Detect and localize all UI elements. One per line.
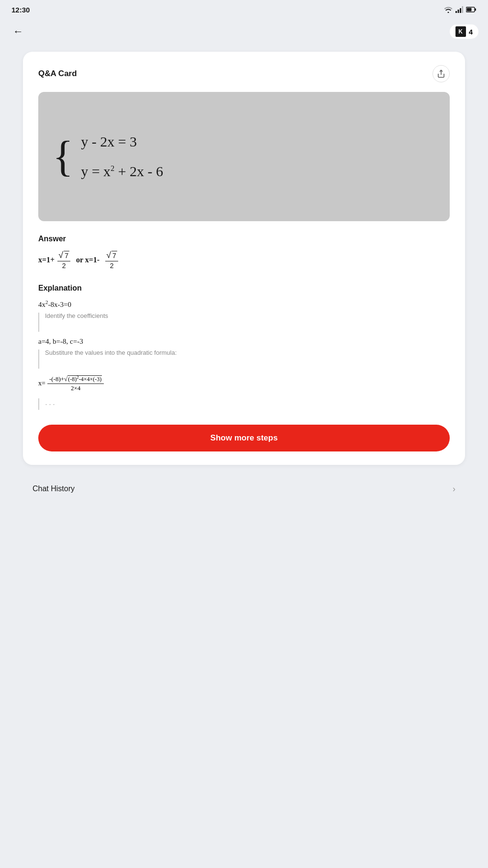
content-area: Q&A Card { y - 2x = 3 y = x2 + 2x - 6: [0, 44, 488, 509]
left-brace-icon: {: [53, 135, 73, 178]
sqrt-wrap-1: √ 7: [58, 250, 69, 261]
sqrt-over-1: 7: [64, 251, 69, 260]
svg-rect-1: [458, 10, 459, 13]
badge-count: 4: [469, 28, 473, 36]
svg-rect-6: [467, 8, 472, 11]
answer-value: x=1+ √ 7 2 or x=1- √ 7: [38, 250, 450, 271]
equation-2: y = x2 + 2x - 6: [81, 163, 163, 180]
step-1-line: [38, 313, 39, 332]
equation-1: y - 2x = 3: [81, 134, 163, 150]
answer-text-1: x=1+: [38, 256, 55, 264]
chat-history-row[interactable]: Chat History ›: [23, 476, 465, 502]
step-1-equation: 4x2-8x-3=0: [38, 299, 450, 309]
back-button[interactable]: ←: [10, 23, 27, 40]
step-3-connector: ···: [38, 397, 450, 411]
qa-card: Q&A Card { y - 2x = 3 y = x2 + 2x - 6: [23, 52, 465, 465]
step-dots: ···: [45, 399, 56, 409]
step-2-value: a=4, b=-8, c=-3: [38, 338, 450, 346]
sqrt-symbol-2: √: [106, 250, 111, 261]
formula-fraction: -(-8)+√(-8)2-4×4×(-3) 2×4: [47, 374, 104, 393]
status-time: 12:30: [11, 6, 30, 14]
share-icon: [437, 69, 445, 78]
top-right-badge: K 4: [450, 24, 478, 39]
share-button[interactable]: [433, 65, 450, 82]
svg-rect-0: [455, 11, 457, 13]
top-nav: ← K 4: [0, 19, 488, 44]
step-2-line: [38, 349, 39, 369]
back-arrow-icon: ←: [13, 25, 23, 38]
equation-system: { y - 2x = 3 y = x2 + 2x - 6: [53, 134, 435, 180]
chevron-right-icon: ›: [453, 484, 455, 494]
answer-fraction-1: √ 7 2: [57, 250, 70, 271]
formula-numerator: -(-8)+√(-8)2-4×4×(-3): [47, 374, 104, 384]
fraction-2-num: √ 7: [105, 250, 118, 261]
math-image: { y - 2x = 3 y = x2 + 2x - 6: [38, 92, 450, 221]
fraction-1-num: √ 7: [57, 250, 70, 261]
signal-icon: [455, 6, 463, 13]
sqrt-over-2: 7: [111, 251, 117, 260]
step-3-formula: x= -(-8)+√(-8)2-4×4×(-3) 2×4: [38, 374, 450, 393]
fraction-2-den: 2: [109, 261, 115, 270]
status-icons: [444, 6, 477, 13]
sqrt-wrap-2: √ 7: [106, 250, 117, 261]
formula-prefix: x=: [38, 380, 45, 387]
equations-list: y - 2x = 3 y = x2 + 2x - 6: [81, 134, 163, 180]
step-2-desc: Substiture the values into the quadratic…: [45, 349, 177, 357]
answer-label: Answer: [38, 235, 450, 243]
formula-denominator: 2×4: [69, 384, 82, 393]
answer-fraction-2: √ 7 2: [105, 250, 118, 271]
svg-rect-5: [475, 9, 477, 11]
chat-history-label: Chat History: [33, 485, 75, 493]
brand-icon: K: [455, 26, 466, 37]
step-1-connector: Identify the coefficients: [38, 312, 450, 332]
step-2-connector: Substiture the values into the quadratic…: [38, 349, 450, 369]
svg-rect-2: [460, 8, 461, 13]
show-more-steps-button[interactable]: Show more steps: [38, 425, 450, 451]
answer-section: Answer x=1+ √ 7 2 or x=1-: [38, 235, 450, 271]
status-bar: 12:30: [0, 0, 488, 19]
battery-icon: [466, 7, 477, 12]
step-3-line: [38, 398, 39, 410]
card-title: Q&A Card: [38, 69, 77, 79]
math-image-content: { y - 2x = 3 y = x2 + 2x - 6: [38, 124, 450, 189]
sqrt-symbol-1: √: [58, 250, 63, 261]
explanation-label: Explanation: [38, 284, 450, 293]
answer-or-text: or x=1-: [76, 256, 100, 264]
card-header: Q&A Card: [38, 65, 450, 82]
explanation-section: Explanation 4x2-8x-3=0 Identify the coef…: [38, 284, 450, 451]
wifi-icon: [444, 6, 453, 13]
svg-rect-3: [462, 6, 464, 13]
step-1-desc: Identify the coefficients: [45, 312, 108, 320]
fraction-1-den: 2: [61, 261, 67, 270]
